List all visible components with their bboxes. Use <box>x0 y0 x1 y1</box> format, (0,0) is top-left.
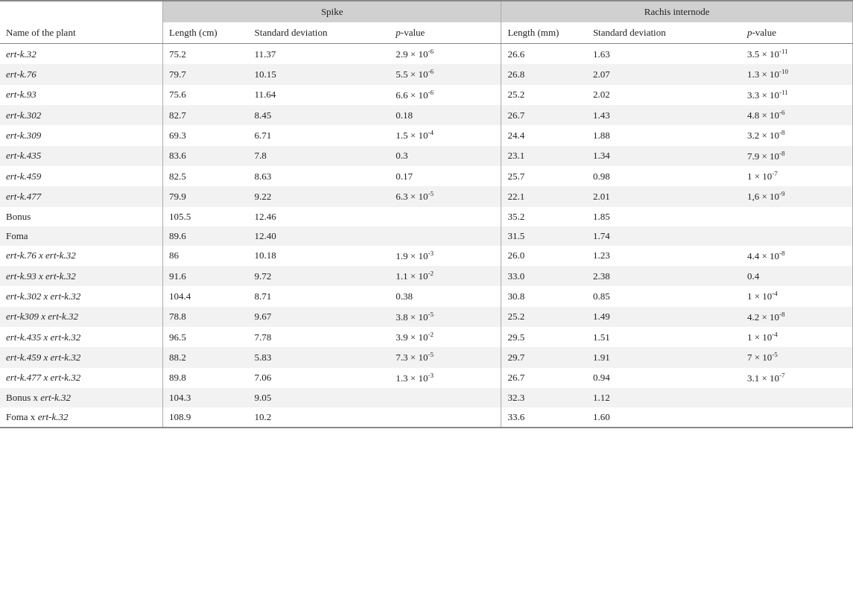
cell-pval-rachis: 1.3 × 10-10 <box>741 64 853 84</box>
table-row: Foma89.612.4031.51.74 <box>0 226 853 246</box>
cell-pval-rachis: 3.1 × 10-7 <box>741 368 853 388</box>
cell-pval-spike: 3.8 × 10-5 <box>390 307 501 327</box>
cell-length-cm: 91.6 <box>163 266 249 286</box>
cell-std-spike: 8.45 <box>249 105 390 125</box>
cell-std-rachis: 1.23 <box>587 246 741 266</box>
cell-pval-spike: 0.3 <box>390 146 501 166</box>
cell-length-cm: 75.6 <box>163 85 249 105</box>
cell-pval-spike: 0.38 <box>390 286 501 306</box>
cell-length-cm: 82.7 <box>163 105 249 125</box>
cell-pval-rachis: 7.9 × 10-8 <box>741 146 853 166</box>
cell-std-rachis: 1.12 <box>587 388 741 407</box>
table-row: ert-k.45982.58.630.1725.70.981 × 10-7 <box>0 166 853 186</box>
cell-length-mm: 31.5 <box>501 226 587 246</box>
cell-length-cm: 69.3 <box>163 125 249 145</box>
table-row: Bonus105.512.4635.21.85 <box>0 207 853 226</box>
cell-pval-spike: 7.3 × 10-5 <box>390 347 501 367</box>
cell-pval-spike: 6.3 × 10-5 <box>390 186 501 206</box>
table-row: ert-k.47779.99.226.3 × 10-522.12.011,6 ×… <box>0 186 853 206</box>
cell-plant-name: Bonus <box>0 207 163 226</box>
cell-pval-spike: 1.9 × 10-3 <box>390 246 501 266</box>
cell-length-cm: 96.5 <box>163 327 249 347</box>
cell-length-mm: 26.7 <box>501 105 587 125</box>
cell-std-spike: 9.72 <box>249 266 390 286</box>
cell-plant-name: ert-k.477 <box>0 186 163 206</box>
cell-length-cm: 78.8 <box>163 307 249 327</box>
cell-length-cm: 83.6 <box>163 146 249 166</box>
cell-plant-name: ert-k.302 x ert-k.32 <box>0 286 163 306</box>
cell-std-spike: 5.83 <box>249 347 390 367</box>
cell-std-spike: 11.37 <box>249 44 390 65</box>
cell-plant-name: Bonus x ert-k.32 <box>0 388 163 407</box>
cell-length-cm: 75.2 <box>163 44 249 65</box>
cell-plant-name: ert-k309 x ert-k.32 <box>0 307 163 327</box>
cell-length-mm: 26.0 <box>501 246 587 266</box>
cell-std-spike: 10.15 <box>249 64 390 84</box>
cell-std-rachis: 1.60 <box>587 407 741 428</box>
rachis-group-header: Rachis internode <box>501 1 853 22</box>
cell-std-spike: 7.78 <box>249 327 390 347</box>
cell-length-mm: 25.2 <box>501 85 587 105</box>
cell-length-mm: 25.2 <box>501 307 587 327</box>
cell-pval-rachis: 4.8 × 10-6 <box>741 105 853 125</box>
cell-pval-spike <box>390 226 501 246</box>
cell-length-mm: 32.3 <box>501 388 587 407</box>
cell-std-rachis: 1.49 <box>587 307 741 327</box>
cell-std-rachis: 1.63 <box>587 44 741 65</box>
cell-length-mm: 29.5 <box>501 327 587 347</box>
cell-std-spike: 9.22 <box>249 186 390 206</box>
cell-std-rachis: 1.43 <box>587 105 741 125</box>
cell-length-cm: 79.9 <box>163 186 249 206</box>
table-body: ert-k.3275.211.372.9 × 10-626.61.633.5 ×… <box>0 44 853 428</box>
cell-length-cm: 104.4 <box>163 286 249 306</box>
cell-plant-name: ert-k.435 <box>0 146 163 166</box>
cell-std-rachis: 1.51 <box>587 327 741 347</box>
col-pval-spike-header: p-value <box>390 22 501 44</box>
cell-pval-spike: 3.9 × 10-2 <box>390 327 501 347</box>
cell-std-spike: 8.63 <box>249 166 390 186</box>
cell-pval-rachis: 1 × 10-4 <box>741 327 853 347</box>
cell-pval-spike: 1.5 × 10-4 <box>390 125 501 145</box>
cell-length-cm: 104.3 <box>163 388 249 407</box>
table-row: ert-k.477 x ert-k.3289.87.061.3 × 10-326… <box>0 368 853 388</box>
cell-pval-rachis <box>741 388 853 407</box>
cell-plant-name: ert-k.459 x ert-k.32 <box>0 347 163 367</box>
cell-std-spike: 10.18 <box>249 246 390 266</box>
col-std-rachis-header: Standard deviation <box>587 22 741 44</box>
table-row: ert-k.30969.36.711.5 × 10-424.41.883.2 ×… <box>0 125 853 145</box>
cell-std-rachis: 0.85 <box>587 286 741 306</box>
cell-length-mm: 26.8 <box>501 64 587 84</box>
cell-std-rachis: 1.88 <box>587 125 741 145</box>
cell-pval-rachis: 1 × 10-4 <box>741 286 853 306</box>
cell-std-spike: 9.05 <box>249 388 390 407</box>
table-row: Foma x ert-k.32108.910.233.61.60 <box>0 407 853 428</box>
cell-length-mm: 26.6 <box>501 44 587 65</box>
cell-pval-spike <box>390 207 501 226</box>
cell-plant-name: ert-k.477 x ert-k.32 <box>0 368 163 388</box>
cell-length-cm: 86 <box>163 246 249 266</box>
empty-header <box>0 1 163 22</box>
cell-std-rachis: 1.34 <box>587 146 741 166</box>
cell-std-rachis: 0.98 <box>587 166 741 186</box>
cell-plant-name: Foma <box>0 226 163 246</box>
cell-pval-rachis: 3.5 × 10-11 <box>741 44 853 65</box>
table-row: ert-k.302 x ert-k.32104.48.710.3830.80.8… <box>0 286 853 306</box>
cell-length-mm: 23.1 <box>501 146 587 166</box>
table-row: ert-k.435 x ert-k.3296.57.783.9 × 10-229… <box>0 327 853 347</box>
cell-pval-rachis: 4.4 × 10-8 <box>741 246 853 266</box>
cell-plant-name: ert-k.76 <box>0 64 163 84</box>
cell-std-spike: 12.40 <box>249 226 390 246</box>
col-std-spike-header: Standard deviation <box>249 22 390 44</box>
cell-pval-spike <box>390 388 501 407</box>
table-row: ert-k.3275.211.372.9 × 10-626.61.633.5 ×… <box>0 44 853 65</box>
spike-group-header: Spike <box>163 1 501 22</box>
table-row: ert-k.30282.78.450.1826.71.434.8 × 10-6 <box>0 105 853 125</box>
cell-std-spike: 11.64 <box>249 85 390 105</box>
cell-length-cm: 79.7 <box>163 64 249 84</box>
cell-pval-rachis: 4.2 × 10-8 <box>741 307 853 327</box>
table-row: ert-k.43583.67.80.323.11.347.9 × 10-8 <box>0 146 853 166</box>
table-row: ert-k309 x ert-k.3278.89.673.8 × 10-525.… <box>0 307 853 327</box>
cell-std-rachis: 0.94 <box>587 368 741 388</box>
table-row: ert-k.9375.611.646.6 × 10-625.22.023.3 ×… <box>0 85 853 105</box>
table-row: ert-k.76 x ert-k.328610.181.9 × 10-326.0… <box>0 246 853 266</box>
